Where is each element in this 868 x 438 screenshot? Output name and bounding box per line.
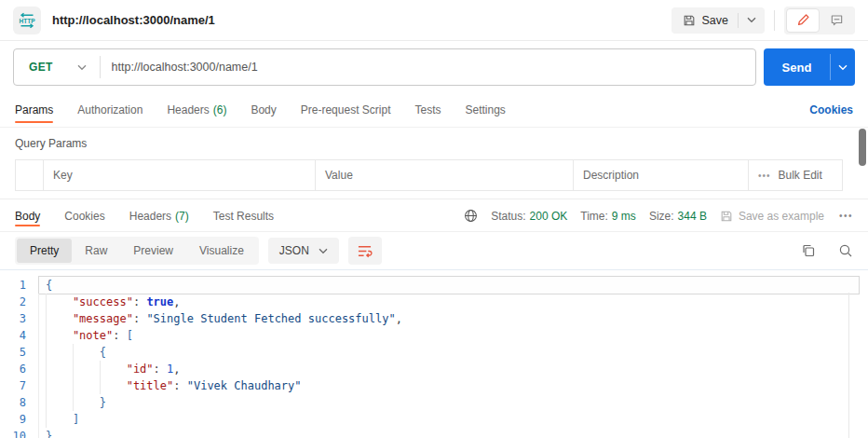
cookies-link[interactable]: Cookies	[809, 103, 853, 116]
save-button[interactable]: Save	[671, 14, 739, 27]
tab-label: Cookies	[64, 210, 104, 223]
view-tab-preview[interactable]: Preview	[120, 239, 186, 263]
tab-label: Pre-request Script	[301, 103, 391, 116]
method-selector[interactable]: GET	[14, 61, 100, 74]
line-number: 10	[0, 428, 39, 438]
format-label: JSON	[279, 244, 309, 257]
indent-guide	[46, 294, 73, 310]
copy-button[interactable]	[801, 243, 816, 258]
code-line: 1{	[0, 277, 868, 294]
edit-mode-button[interactable]	[786, 8, 820, 33]
request-title: http://localhost:3000/name/1	[52, 13, 215, 27]
more-options-icon[interactable]: •••	[758, 171, 771, 181]
indent-guide	[73, 344, 100, 361]
tab-label: Body	[15, 210, 40, 223]
line-content: ]	[39, 411, 859, 428]
request-tab-settings[interactable]: Settings	[466, 93, 506, 127]
save-icon	[720, 210, 733, 223]
status-indicator: Status: 200 OK	[491, 210, 567, 223]
response-tab-headers[interactable]: Headers(7)	[129, 200, 189, 231]
save-icon	[683, 14, 696, 27]
tab-label: Body	[251, 103, 276, 116]
query-params-title: Query Params	[15, 137, 853, 150]
indent-guide	[73, 394, 100, 411]
indent-guide	[100, 377, 127, 394]
code-line: 4"note": [	[0, 327, 868, 344]
send-options-caret[interactable]	[831, 48, 855, 86]
line-content: "title": "Vivek Chaudhary"	[39, 377, 859, 394]
response-meta: Status: 200 OK Time: 9 ms Size: 344 B Sa…	[464, 209, 853, 223]
format-selector[interactable]: JSON	[268, 238, 339, 264]
code-line: 7"title": "Vivek Chaudhary"	[0, 377, 868, 394]
indent-guide	[73, 361, 100, 377]
indent-guide	[100, 361, 127, 377]
request-tab-authorization[interactable]: Authorization	[77, 93, 142, 127]
request-tab-tests[interactable]: Tests	[414, 93, 441, 127]
response-body-editor[interactable]: 1{2"success": true,3"message": "Single S…	[0, 269, 868, 438]
response-tab-body[interactable]: Body	[15, 200, 40, 231]
search-icon	[838, 243, 853, 258]
save-options-caret[interactable]	[739, 17, 765, 23]
vertical-scrollbar-thumb[interactable]	[859, 129, 866, 166]
pencil-icon	[796, 13, 810, 27]
view-tab-pretty[interactable]: Pretty	[17, 239, 72, 263]
search-button[interactable]	[838, 243, 853, 258]
size-value: 344 B	[678, 210, 707, 223]
wrap-lines-button[interactable]	[348, 237, 382, 265]
save-button-label: Save	[702, 14, 729, 27]
comments-button[interactable]	[820, 8, 853, 33]
chevron-down-icon	[319, 248, 328, 254]
request-tab-headers[interactable]: Headers(6)	[167, 93, 226, 127]
column-header-description: Description	[574, 160, 749, 190]
wrap-lines-icon	[357, 244, 373, 258]
chevron-down-icon	[77, 64, 87, 71]
tab-label: Headers	[167, 103, 209, 116]
indent-guide	[46, 361, 73, 377]
line-content: }	[39, 428, 859, 438]
code-line: 10}	[0, 428, 868, 438]
save-as-example-label: Save as example	[739, 210, 824, 223]
line-number: 9	[0, 411, 39, 428]
response-tab-cookies[interactable]: Cookies	[64, 200, 104, 231]
send-button[interactable]: Send	[764, 48, 830, 86]
select-all-column	[16, 160, 44, 190]
save-button-group: Save	[671, 7, 766, 34]
http-request-icon: HTTP	[13, 7, 41, 34]
size-indicator: Size: 344 B	[649, 210, 707, 223]
size-label: Size:	[649, 210, 674, 223]
bulk-edit-cell: ••• Bulk Edit	[749, 160, 842, 190]
indent-guide	[46, 310, 73, 327]
line-number: 6	[0, 361, 39, 377]
edit-comment-toggle	[784, 7, 855, 34]
indent-guide	[73, 377, 100, 394]
request-tab-body[interactable]: Body	[251, 93, 276, 127]
http-icon-label: HTTP	[19, 17, 35, 23]
line-content: {	[39, 277, 859, 294]
response-tab-bar: BodyCookiesHeaders(7)Test Results Status…	[0, 200, 868, 232]
indent-guide	[46, 344, 73, 361]
query-params-section: Query Params Key Value Description ••• B…	[0, 128, 868, 191]
tab-label: Test Results	[213, 210, 274, 223]
response-tab-test-results[interactable]: Test Results	[213, 200, 274, 231]
bulk-edit-button[interactable]: Bulk Edit	[779, 169, 822, 182]
line-number: 1	[0, 277, 39, 294]
time-value: 9 ms	[612, 210, 636, 223]
code-line: 8}	[0, 394, 868, 411]
view-tab-raw[interactable]: Raw	[72, 239, 120, 263]
time-indicator: Time: 9 ms	[580, 210, 636, 223]
line-number: 7	[0, 377, 39, 394]
view-tab-visualize[interactable]: Visualize	[186, 239, 257, 263]
line-number: 2	[0, 294, 39, 310]
code-line: 9]	[0, 411, 868, 428]
url-bar: GET	[13, 48, 756, 86]
tab-label: Headers	[129, 210, 171, 223]
indent-guide	[46, 327, 73, 344]
request-tab-pre-request-script[interactable]: Pre-request Script	[301, 93, 391, 127]
indent-guide	[46, 377, 73, 394]
save-as-example-button[interactable]: Save as example	[720, 210, 824, 223]
request-tab-params[interactable]: Params	[15, 93, 53, 127]
line-content: "note": [	[39, 327, 859, 344]
response-more-options-icon[interactable]: •••	[837, 211, 853, 221]
url-input[interactable]	[101, 61, 755, 74]
query-params-table: Key Value Description ••• Bulk Edit	[15, 159, 843, 191]
